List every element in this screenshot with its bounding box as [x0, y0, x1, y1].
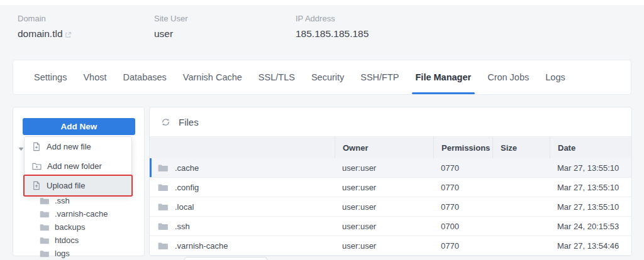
menu-item-label: Add new folder — [47, 161, 102, 171]
column-size[interactable]: Size — [492, 137, 550, 158]
tree-item-varnish-cache[interactable]: .varnish-cache — [13, 207, 144, 220]
folder-icon — [158, 222, 169, 230]
column-owner[interactable]: Owner — [335, 137, 433, 158]
column-permissions[interactable]: Permissions — [433, 137, 492, 158]
tab-vhost[interactable]: Vhost — [83, 60, 106, 94]
tree-item-ssh[interactable]: .ssh — [13, 194, 144, 207]
file-date: Mar 27, 13:54:46 — [550, 241, 631, 251]
tab-databases[interactable]: Databases — [123, 60, 167, 94]
folder-icon — [158, 183, 169, 192]
folder-icon — [40, 210, 50, 218]
folder-plus-icon — [32, 162, 42, 170]
domain-value: domain.tld — [18, 28, 63, 40]
top-strip — [0, 0, 644, 5]
refresh-icon[interactable] — [161, 117, 170, 127]
folder-icon — [158, 242, 169, 250]
tree-item-label: .varnish-cache — [55, 209, 108, 219]
menu-item-add-new-file[interactable]: Add new file — [25, 137, 131, 156]
domain-info: Domain domain.tld — [18, 14, 154, 40]
external-link-icon[interactable] — [65, 31, 72, 38]
ip-label: IP Address — [296, 14, 369, 23]
menu-item-label: Upload file — [47, 181, 85, 190]
tree-item-label: logs — [55, 249, 70, 258]
cloud-panel-screen: Domain domain.tld Site User user IP Addr… — [0, 0, 644, 260]
tab-varnish-cache[interactable]: Varnish Cache — [183, 60, 242, 94]
table-row[interactable]: .varnish-cache user:user 0770 Mar 27, 13… — [150, 236, 631, 256]
partial-bottom-element — [184, 257, 267, 260]
table-row[interactable]: .local user:user 0770 Mar 27, 13:55:10 — [150, 197, 631, 217]
files-panel-header: Files — [150, 107, 631, 137]
site-user-value: user — [154, 28, 296, 40]
tab-ssl-tls[interactable]: SSL/TLS — [258, 60, 295, 94]
site-user-label: Site User — [154, 14, 296, 23]
file-permissions: 0770 — [433, 241, 492, 251]
tab-file-manager[interactable]: File Manager — [416, 60, 472, 94]
tab-bar: Settings Vhost Databases Varnish Cache S… — [13, 60, 631, 95]
file-owner: user:user — [335, 222, 433, 231]
file-name: .cache — [175, 163, 199, 173]
file-name: .ssh — [175, 222, 190, 231]
file-upload-icon — [32, 181, 41, 190]
tree-item-logs[interactable]: logs — [13, 247, 144, 260]
tree-item-backups[interactable]: backups — [13, 220, 144, 234]
menu-item-add-new-folder[interactable]: Add new folder — [25, 156, 131, 176]
folder-icon — [40, 224, 50, 231]
files-panel-title: Files — [179, 117, 199, 127]
files-table-header: Owner Permissions Size Date — [150, 137, 631, 158]
caret-down-icon[interactable] — [18, 143, 24, 154]
ip-info: IP Address 185.185.185.185 — [296, 14, 369, 40]
column-date[interactable]: Date — [550, 137, 631, 158]
menu-item-label: Add new file — [47, 142, 91, 151]
tree-item-htdocs[interactable]: htdocs — [13, 234, 144, 247]
folder-icon — [158, 203, 169, 211]
add-new-button[interactable]: Add New — [23, 118, 135, 135]
file-date: Mar 27, 13:55:10 — [550, 202, 631, 212]
file-date: Mar 24, 20:15:53 — [550, 222, 631, 231]
file-plus-icon — [32, 142, 41, 151]
folder-icon — [40, 237, 50, 244]
file-name: .config — [175, 183, 199, 192]
folder-icon — [158, 164, 169, 172]
table-row[interactable]: .ssh user:user 0700 Mar 24, 20:15:53 — [150, 217, 631, 236]
ip-value: 185.185.185.185 — [296, 28, 369, 40]
column-name — [150, 137, 335, 158]
tab-ssh-ftp[interactable]: SSH/FTP — [360, 60, 399, 94]
table-row[interactable]: .cache user:user 0770 Mar 27, 13:55:10 — [150, 158, 631, 178]
tree-item-label: htdocs — [55, 236, 79, 245]
site-header: Domain domain.tld Site User user IP Addr… — [18, 14, 369, 40]
file-owner: user:user — [335, 241, 433, 251]
file-date: Mar 27, 13:55:10 — [550, 183, 631, 192]
site-user-info: Site User user — [154, 14, 296, 40]
folder-tree: .ssh .varnish-cache backups htdocs logs — [13, 194, 144, 260]
file-permissions: 0770 — [433, 202, 492, 212]
file-name: .local — [175, 202, 194, 212]
file-permissions: 0770 — [433, 163, 492, 173]
tab-cron-jobs[interactable]: Cron Jobs — [487, 60, 529, 94]
domain-label: Domain — [18, 14, 154, 23]
file-permissions: 0700 — [433, 222, 492, 231]
add-new-dropdown: Add new file Add new folder Upload file — [24, 136, 132, 196]
folder-icon — [40, 197, 50, 205]
menu-item-upload-file[interactable]: Upload file — [25, 176, 131, 195]
file-owner: user:user — [335, 163, 433, 173]
tab-security[interactable]: Security — [311, 60, 344, 94]
files-panel: Files Owner Permissions Size Date .cache… — [149, 107, 632, 256]
tab-settings[interactable]: Settings — [34, 60, 67, 94]
file-owner: user:user — [335, 183, 433, 192]
tab-logs[interactable]: Logs — [545, 60, 565, 94]
file-owner: user:user — [335, 202, 433, 212]
file-date: Mar 27, 13:55:10 — [550, 163, 631, 173]
table-row[interactable]: .config user:user 0770 Mar 27, 13:55:10 — [150, 178, 631, 197]
file-permissions: 0770 — [433, 183, 492, 192]
tree-item-label: .ssh — [55, 196, 70, 205]
tree-item-label: backups — [55, 222, 85, 232]
folder-icon — [40, 250, 50, 257]
file-name: .varnish-cache — [175, 241, 228, 251]
